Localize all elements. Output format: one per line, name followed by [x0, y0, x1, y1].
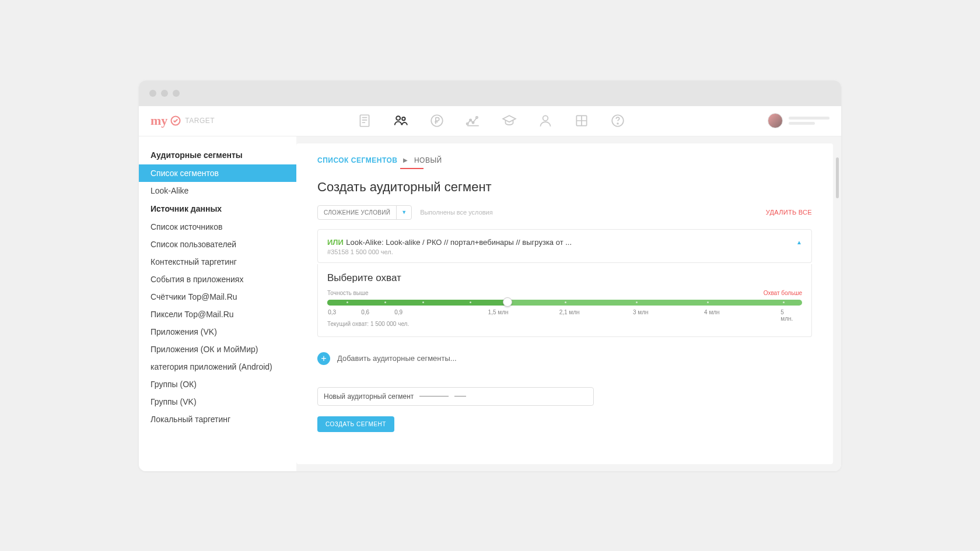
content-card: СПИСОК СЕГМЕНТОВ ▶ НОВЫЙ Создать аудитор…	[296, 143, 833, 464]
sidebar-item-groups-ok[interactable]: Группы (ОК)	[139, 375, 296, 393]
svg-point-9	[543, 115, 548, 121]
condition-operator: ИЛИ	[327, 238, 344, 247]
reach-title: Выберите охват	[327, 272, 802, 284]
reach-label-row: Точность выше Охват больше	[327, 290, 802, 296]
nav-help-icon[interactable]	[610, 113, 625, 128]
segment-condition-block: ИЛИ Look-Alike: Look-alike / РКО // порт…	[317, 229, 812, 263]
svg-point-8	[476, 117, 478, 118]
app-header: my TARGET	[139, 106, 841, 136]
scale-tick: 1,5 млн	[488, 309, 509, 315]
breadcrumb-current: НОВЫЙ	[414, 156, 442, 164]
reach-right-label: Охват больше	[764, 290, 802, 296]
logo-suffix: TARGET	[185, 117, 215, 125]
breadcrumb-separator-icon: ▶	[403, 157, 408, 163]
nav-grid-icon[interactable]	[574, 113, 589, 128]
logo[interactable]: my TARGET	[150, 113, 215, 128]
browser-window: my TARGET	[139, 80, 841, 471]
condition-select-label: СЛОЖЕНИЕ УСЛОВИЙ	[318, 206, 396, 219]
scale-tick: 2,1 млн	[559, 309, 580, 315]
logo-check-icon	[170, 115, 181, 127]
chevron-down-icon: ▼	[396, 206, 411, 219]
condition-select[interactable]: СЛОЖЕНИЕ УСЛОВИЙ ▼	[317, 205, 412, 220]
main-content-area: СПИСОК СЕГМЕНТОВ ▶ НОВЫЙ Создать аудитор…	[296, 136, 841, 471]
window-close-dot[interactable]	[149, 90, 156, 97]
nav-campaigns-icon[interactable]	[357, 113, 372, 128]
reach-left-label: Точность выше	[327, 290, 369, 296]
reach-scale: 0,3 0,6 0,9 1,5 млн 2,1 млн 3 млн 4 млн …	[327, 309, 802, 317]
sidebar-item-groups-vk[interactable]: Группы (VK)	[139, 393, 296, 410]
sidebar-item-segments-list[interactable]: Список сегментов	[139, 164, 296, 182]
scale-tick: 0,6	[361, 309, 369, 315]
nav-education-icon[interactable]	[502, 113, 517, 128]
condition-row: СЛОЖЕНИЕ УСЛОВИЙ ▼ Выполнены все условия…	[317, 205, 812, 220]
condition-name: Look-Alike: Look-alike / РКО // портал+в…	[346, 238, 572, 247]
scale-tick: 5 млн.	[780, 309, 794, 322]
scale-tick: 0,3	[328, 309, 336, 315]
reach-panel: Выберите охват Точность выше Охват больш…	[317, 264, 812, 337]
browser-titlebar	[139, 80, 841, 106]
svg-point-12	[617, 123, 618, 124]
create-segment-button[interactable]: СОЗДАТЬ СЕГМЕНТ	[317, 416, 394, 432]
sidebar: Аудиторные сегменты Список сегментов Loo…	[139, 136, 296, 471]
sidebar-item-sources-list[interactable]: Список источников	[139, 218, 296, 236]
sidebar-header-sources: Источник данных	[139, 199, 296, 218]
main-nav	[357, 113, 625, 128]
nav-billing-icon[interactable]	[429, 113, 444, 128]
sidebar-item-context[interactable]: Контекстный таргетинг	[139, 253, 296, 271]
sidebar-header-segments: Аудиторные сегменты	[139, 146, 296, 164]
name-dash	[419, 396, 449, 396]
collapse-icon[interactable]: ▲	[796, 239, 802, 245]
sidebar-item-app-category[interactable]: категория приложений (Android)	[139, 358, 296, 375]
breadcrumb-underline	[400, 168, 424, 169]
condition-select-group: СЛОЖЕНИЕ УСЛОВИЙ ▼ Выполнены все условия	[317, 205, 493, 220]
nav-audiences-icon[interactable]	[393, 113, 408, 128]
sidebar-item-pixels[interactable]: Пиксели Top@Mail.Ru	[139, 306, 296, 323]
name-dash	[454, 396, 466, 396]
delete-all-button[interactable]: УДАЛИТЬ ВСЕ	[766, 209, 812, 216]
breadcrumb-parent[interactable]: СПИСОК СЕГМЕНТОВ	[317, 156, 397, 164]
reach-slider[interactable]	[327, 300, 802, 306]
sidebar-item-apps-vk[interactable]: Приложения (VK)	[139, 323, 296, 341]
logo-prefix: my	[150, 113, 167, 128]
scale-tick: 0,9	[394, 309, 402, 315]
breadcrumb: СПИСОК СЕГМЕНТОВ ▶ НОВЫЙ	[317, 156, 812, 164]
sidebar-item-apps-ok[interactable]: Приложения (ОК и МойМир)	[139, 341, 296, 358]
nav-profile-icon[interactable]	[538, 113, 553, 128]
window-maximize-dot[interactable]	[173, 90, 180, 97]
user-name-placeholder	[789, 117, 830, 125]
sidebar-item-local-targeting[interactable]: Локальный таргетинг	[139, 410, 296, 428]
user-menu[interactable]	[768, 113, 830, 128]
sidebar-item-counters[interactable]: Счётчики Top@Mail.Ru	[139, 288, 296, 306]
condition-meta: #35158 1 500 000 чел.	[327, 248, 802, 255]
add-segments-button[interactable]: + Добавить аудиторные сегменты...	[317, 348, 812, 370]
svg-point-5	[467, 123, 468, 125]
scale-tick: 3 млн	[633, 309, 649, 315]
reach-current: Текущий охват: 1 500 000 чел.	[327, 321, 802, 327]
segment-name-input[interactable]: Новый аудиторный сегмент	[317, 387, 594, 406]
page-title: Создать аудиторный сегмент	[317, 180, 812, 195]
condition-hint: Выполнены все условия	[420, 209, 493, 216]
avatar	[768, 113, 783, 128]
sidebar-item-users-list[interactable]: Список пользователей	[139, 236, 296, 253]
svg-point-2	[396, 116, 400, 120]
window-minimize-dot[interactable]	[161, 90, 168, 97]
svg-point-3	[402, 117, 405, 120]
slider-handle[interactable]	[503, 297, 512, 307]
sidebar-item-app-events[interactable]: События в приложениях	[139, 271, 296, 288]
plus-icon: +	[317, 352, 330, 365]
svg-rect-1	[360, 115, 369, 127]
sidebar-item-lookalike[interactable]: Look-Alike	[139, 182, 296, 199]
scrollbar[interactable]	[836, 157, 839, 198]
nav-stats-icon[interactable]	[466, 113, 481, 128]
scale-tick: 4 млн	[704, 309, 720, 315]
add-segments-label: Добавить аудиторные сегменты...	[337, 354, 457, 363]
segment-name-value: Новый аудиторный сегмент	[324, 392, 414, 401]
